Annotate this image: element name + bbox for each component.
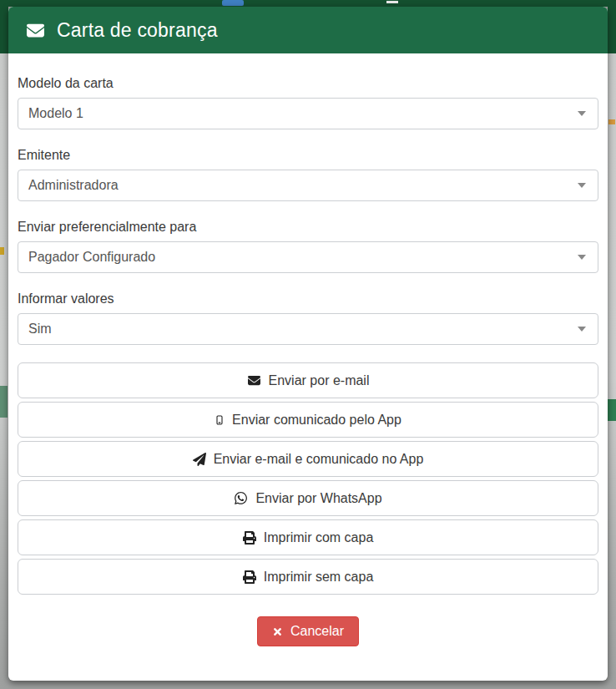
modal-title: Carta de cobrança: [57, 19, 218, 42]
printer-icon: [243, 531, 256, 545]
whatsapp-icon: [234, 491, 248, 505]
destinatario-value: Pagador Configurado: [28, 250, 155, 265]
chevron-down-icon: [578, 111, 586, 116]
envelope-icon: [25, 22, 46, 39]
page-fragment: [0, 247, 4, 255]
send-whatsapp-button[interactable]: Enviar por WhatsApp: [18, 480, 598, 516]
informar-valores-select[interactable]: Sim: [18, 313, 598, 345]
emitente-value: Administradora: [28, 178, 119, 193]
action-buttons: Enviar por e-mail Enviar comunicado pelo…: [18, 362, 598, 595]
modelo-carta-value: Modelo 1: [28, 106, 83, 121]
destinatario-select[interactable]: Pagador Configurado: [18, 241, 598, 273]
print-without-cover-button[interactable]: Imprimir sem capa: [18, 559, 598, 595]
emitente-select[interactable]: Administradora: [18, 170, 598, 201]
emitente-label: Emitente: [18, 147, 598, 163]
button-label: Imprimir com capa: [264, 530, 374, 545]
button-label: Enviar por WhatsApp: [255, 491, 381, 506]
chevron-down-icon: [578, 327, 586, 332]
envelope-icon: [247, 374, 261, 387]
button-label: Enviar por e-mail: [269, 373, 370, 388]
page-behind-left-strip: [0, 0, 8, 689]
carta-cobranca-modal: Carta de cobrança Modelo da carta Modelo…: [8, 7, 608, 681]
informar-valores-value: Sim: [28, 322, 52, 337]
page-fragment: [608, 399, 616, 421]
cancel-label: Cancelar: [290, 624, 344, 639]
cancel-button[interactable]: Cancelar: [257, 616, 359, 646]
form-group-informar-valores: Informar valores Sim: [18, 291, 598, 345]
page-behind-right-strip: [608, 0, 616, 689]
button-label: Enviar e-mail e comunicado no App: [214, 452, 424, 467]
print-with-cover-button[interactable]: Imprimir com capa: [18, 519, 598, 555]
destinatario-label: Enviar preferencialmente para: [18, 219, 598, 235]
page-fragment: [386, 1, 398, 3]
modal-body: Modelo da carta Modelo 1 Emitente Admini…: [8, 53, 608, 646]
form-group-destinatario: Enviar preferencialmente para Pagador Co…: [18, 219, 598, 273]
modelo-carta-label: Modelo da carta: [18, 75, 598, 91]
close-icon: [272, 626, 283, 637]
send-app-notice-button[interactable]: Enviar comunicado pelo App: [18, 402, 598, 438]
form-group-modelo: Modelo da carta Modelo 1: [18, 75, 598, 129]
modelo-carta-select[interactable]: Modelo 1: [18, 98, 598, 129]
send-email-and-app-button[interactable]: Enviar e-mail e comunicado no App: [18, 441, 598, 477]
button-label: Imprimir sem capa: [264, 570, 374, 585]
button-label: Enviar comunicado pelo App: [232, 413, 401, 428]
modal-footer: Cancelar: [18, 616, 598, 646]
informar-valores-label: Informar valores: [18, 291, 598, 307]
page-behind-top-strip: [0, 0, 616, 7]
paper-plane-icon: [193, 453, 206, 466]
page-fragment: [222, 0, 244, 6]
form-group-emitente: Emitente Administradora: [18, 147, 598, 201]
chevron-down-icon: [578, 183, 586, 188]
page-fragment: [608, 119, 615, 124]
page-fragment: [0, 386, 8, 418]
chevron-down-icon: [578, 255, 586, 260]
mobile-icon: [215, 413, 225, 428]
printer-icon: [243, 570, 256, 584]
send-email-button[interactable]: Enviar por e-mail: [18, 362, 598, 398]
modal-header: Carta de cobrança: [8, 7, 608, 53]
